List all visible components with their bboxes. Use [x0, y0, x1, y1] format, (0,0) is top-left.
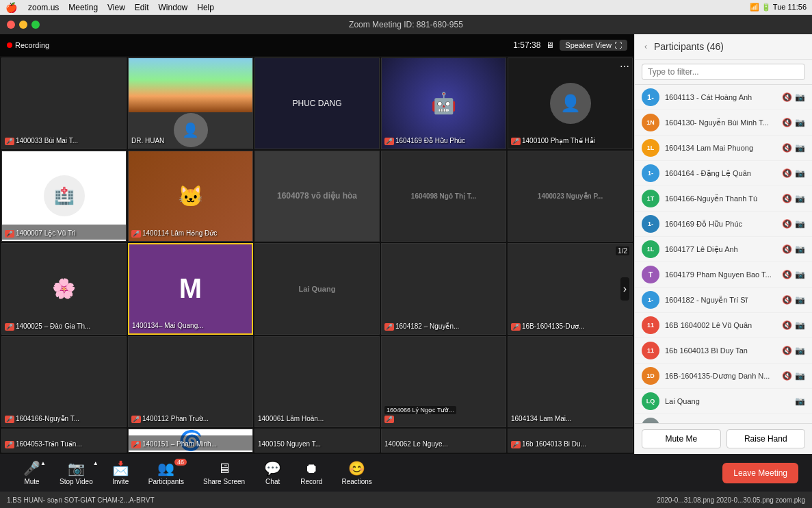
- participant-name: 1604169 Đỗ Hữu Phúc: [665, 220, 776, 229]
- video-cell-4[interactable]: 🤖 🎤1604169 Đỗ Hữu Phúc: [381, 58, 506, 149]
- video-cell-14[interactable]: 🎤1604182 – Nguyễn...: [381, 243, 506, 335]
- video-cell-24[interactable]: 1400062 Le Nguye...: [381, 429, 506, 453]
- list-item[interactable]: 11 16b 1604013 Bì Duy Tan 🔇📷: [635, 338, 812, 364]
- video-cell-18[interactable]: 1400061 Lâm Hoàn...: [254, 336, 380, 428]
- video-cell-2[interactable]: 👤 DR. HUAN: [128, 58, 253, 149]
- list-item[interactable]: 1L 1604134 Lam Mai Phuong 🔇📷: [635, 136, 812, 161]
- speaker-view-button[interactable]: Speaker View ⛶: [560, 40, 627, 51]
- stop-video-label: Stop Video: [60, 478, 93, 485]
- list-item[interactable]: PD PHUC DANG: [635, 414, 812, 423]
- video-cell-13[interactable]: Lai Quang: [254, 243, 380, 335]
- status-right: 2020-0...31.08.png 2020-0...30.05.png zo…: [657, 496, 805, 504]
- video-cell-22[interactable]: 🌀 🎤1400151 – Pham Minh...: [128, 429, 253, 453]
- menu-help[interactable]: Help: [197, 3, 214, 12]
- sys-icons: 📶 🔋 Tue 11:56: [750, 3, 807, 12]
- stop-video-button[interactable]: 📷 Stop Video ▲: [50, 457, 103, 488]
- list-item[interactable]: 1- 1604182 - Nguyễn Trí Sĩ 🔇📷: [635, 288, 812, 313]
- chat-button[interactable]: 💬 Chat: [254, 457, 291, 488]
- invite-icon: 📩: [112, 460, 129, 477]
- status-left: 1.BS HUAN- soạn SOT-GIAT CHAM-2...A-BRVT: [7, 496, 155, 504]
- record-label: Record: [300, 478, 322, 485]
- caret-icon2: ▲: [93, 460, 99, 466]
- menu-zoomus[interactable]: zoom.us: [28, 3, 59, 12]
- recording-dot: [7, 42, 12, 48]
- minimize-button[interactable]: [19, 21, 27, 29]
- participant-icons: 🔇📷: [782, 346, 805, 355]
- list-item[interactable]: 1- 1604164 - Đặng Lệ Quân 🔇📷: [635, 161, 812, 186]
- list-item[interactable]: 11 16B 1604002 Lê Vũ Quân 🔇📷: [635, 313, 812, 338]
- video-cell-19[interactable]: 1604066 Lý Ngọc Tườ... 🎤: [381, 336, 506, 428]
- search-input[interactable]: [642, 64, 805, 80]
- mic-icon: 🎤: [23, 460, 40, 477]
- status-bar: 1.BS HUAN- soạn SOT-GIAT CHAM-2...A-BRVT…: [0, 492, 812, 508]
- menu-window[interactable]: Window: [159, 3, 188, 12]
- speaker-view-label: Speaker View: [565, 41, 612, 49]
- menu-items: zoom.us Meeting View Edit Window Help: [28, 3, 214, 12]
- list-item[interactable]: 1L 1604177 Lê Diệu Anh 🔇📷: [635, 237, 812, 262]
- menu-edit[interactable]: Edit: [135, 3, 149, 12]
- leave-meeting-button[interactable]: Leave Meeting: [722, 463, 798, 483]
- list-item[interactable]: 1N 1604130- Nguyễn Bùi Minh T... 🔇📷: [635, 110, 812, 136]
- menu-view[interactable]: View: [107, 3, 125, 12]
- avatar: 1-: [642, 164, 659, 182]
- list-item[interactable]: 1- 1604169 Đỗ Hữu Phúc 🔇📷: [635, 212, 812, 237]
- video-cell-5[interactable]: 👤 ⋯ 🎤1400100 Phạm Thế Hải: [508, 58, 633, 149]
- collapse-button[interactable]: ‹: [644, 42, 647, 51]
- participants-panel: ‹ Participants (46) 1- 1604113 - Cát Hoà…: [634, 34, 812, 454]
- menu-meeting[interactable]: Meeting: [68, 3, 98, 12]
- participant-icons: 🔇📷: [782, 219, 805, 229]
- participants-list: 1- 1604113 - Cát Hoàng Anh 🔇📷 1N 1604130…: [635, 85, 812, 423]
- participant-name: 1604164 - Đặng Lệ Quân: [665, 169, 776, 178]
- list-item[interactable]: LQ Lai Quang 📷: [635, 389, 812, 414]
- reactions-button[interactable]: 😊 Reactions: [332, 457, 381, 488]
- caret-icon: ▲: [40, 460, 46, 466]
- mute-button[interactable]: 🎤 Mute ▲: [14, 457, 50, 488]
- share-screen-button[interactable]: 🖥 Share Screen: [194, 458, 254, 488]
- list-item[interactable]: 1T 1604166-Nguyễn Thanh Tú 🔇📷: [635, 186, 812, 212]
- video-cell-12[interactable]: M 1400134– Mai Quang...: [128, 243, 253, 335]
- video-cell-9[interactable]: 1604098 Ngô Thị T...: [381, 151, 506, 242]
- maximize-button[interactable]: [31, 21, 40, 29]
- video-cell-16[interactable]: 🎤1604166-Nguyễn T...: [1, 336, 127, 428]
- participant-icons: 🔇📷: [782, 320, 805, 330]
- avatar: 1N: [642, 114, 659, 131]
- video-cell-11[interactable]: 🌸 🎤1400025 – Đào Gia Th...: [1, 243, 127, 335]
- participant-name: 1604177 Lê Diệu Anh: [665, 245, 776, 254]
- video-cell-17[interactable]: 🎤1400112 Phan Trườ...: [128, 336, 253, 428]
- participant-name: 1604134 Lam Mai Phuong: [665, 144, 776, 152]
- video-cell-23[interactable]: 1400150 Nguyen T...: [254, 429, 380, 453]
- participant-name: 1604130- Nguyễn Bùi Minh T...: [665, 118, 776, 127]
- participant-icons: 🔇📷: [782, 194, 805, 203]
- video-cell-1[interactable]: 🎤1400033 Bùi Mai T...: [1, 58, 127, 149]
- traffic-lights: [7, 21, 40, 29]
- reactions-label: Reactions: [341, 478, 371, 485]
- close-button[interactable]: [7, 21, 15, 29]
- video-cell-6[interactable]: 🏥 🎤1400007 Lộc Vũ Trì: [1, 151, 127, 242]
- record-button[interactable]: ⏺ Record: [291, 458, 332, 488]
- mute-label: Mute: [24, 478, 39, 485]
- video-cell-21[interactable]: 🎤1604053-Trần Tuấn...: [1, 429, 127, 453]
- raise-hand-button[interactable]: Raise Hand: [726, 429, 806, 448]
- apple-logo: 🍎: [5, 2, 17, 13]
- video-cell-7[interactable]: 🐱 🎤1400114 Lâm Hồng Đức: [128, 151, 253, 242]
- video-cell-10[interactable]: 1400023 Nguyễn P...: [508, 151, 633, 242]
- participant-icons: 🔇📷: [782, 270, 805, 279]
- video-cell-20[interactable]: 1604134 Lam Mai...: [508, 336, 633, 428]
- participant-name: Lai Quang: [665, 397, 789, 405]
- list-item[interactable]: T 1604179 Pham Nguyen Bao T... 🔇📷: [635, 262, 812, 288]
- video-cell-15[interactable]: 1/2 🎤16B-1604135-Dươ... ›: [508, 243, 633, 335]
- invite-button[interactable]: 📩 Invite: [103, 457, 139, 488]
- video-cell-3[interactable]: PHUC DANG: [254, 58, 380, 149]
- list-item[interactable]: 1- 1604113 - Cát Hoàng Anh 🔇📷: [635, 85, 812, 110]
- participants-button[interactable]: 👥 46 Participants: [139, 457, 194, 488]
- video-cell-25[interactable]: 🎤16b 1604013 Bi Du...: [508, 429, 633, 453]
- avatar: 11: [642, 342, 659, 359]
- video-area: Recording 1:57:38 🖥 Speaker View ⛶ 🎤1400…: [0, 34, 634, 454]
- mute-me-button[interactable]: Mute Me: [642, 429, 721, 448]
- list-item[interactable]: 1D 16B-1604135-Dương Danh N... 🔇📷: [635, 364, 812, 389]
- participants-icon: 👥: [157, 460, 174, 477]
- mac-menubar: 🍎 zoom.us Meeting View Edit Window Help …: [0, 0, 812, 15]
- next-page-button[interactable]: ›: [620, 277, 629, 301]
- video-cell-8[interactable]: 1604078 võ diệu hòa: [254, 151, 380, 242]
- main-container: Recording 1:57:38 🖥 Speaker View ⛶ 🎤1400…: [0, 34, 812, 454]
